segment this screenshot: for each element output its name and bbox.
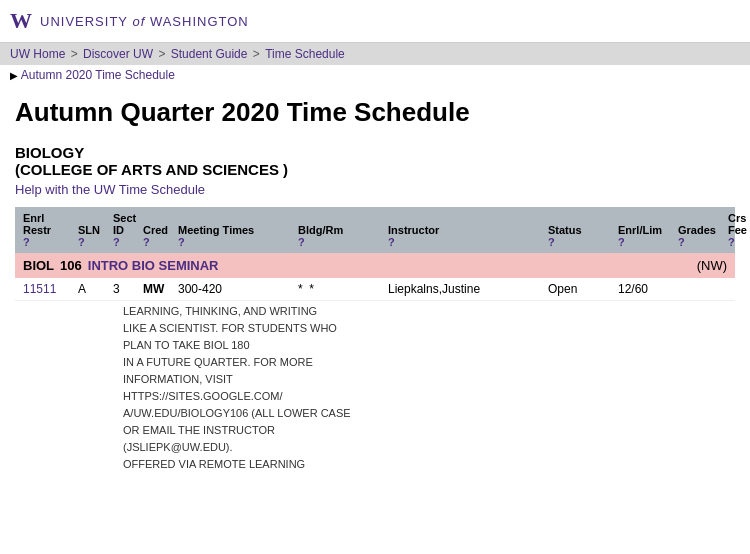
cell-days: MW	[143, 282, 178, 296]
schedule-table-header: EnrlRestr ? SLN ? SectID ? Cred ? Meetin…	[15, 207, 735, 253]
col-bldg-rm: Bldg/Rm ?	[298, 224, 388, 248]
breadcrumb-discover-uw[interactable]: Discover UW	[83, 47, 153, 61]
uw-logo-text: UNIVERSITY of WASHINGTON	[40, 14, 249, 29]
col-meeting-times: Meeting Times ?	[178, 224, 298, 248]
uw-header: W UNIVERSITY of WASHINGTON	[0, 0, 750, 43]
col-enrl-restr: EnrlRestr ?	[23, 212, 78, 248]
cell-sln[interactable]: 11511	[23, 282, 78, 296]
col-status: Status ?	[548, 224, 618, 248]
breadcrumb-student-guide[interactable]: Student Guide	[171, 47, 248, 61]
col-sect-id: SectID ?	[113, 212, 143, 248]
course-number: 106	[60, 258, 82, 273]
course-attribute: (NW)	[697, 258, 727, 273]
cell-credits: 3	[113, 282, 143, 296]
current-breadcrumb: Autumn 2020 Time Schedule	[0, 65, 750, 87]
section-row: 11511 A 3 MW 300-420 * * Liepkalns,Justi…	[15, 278, 735, 301]
col-sln: SLN ?	[78, 224, 113, 248]
breadcrumb-uw-home[interactable]: UW Home	[10, 47, 65, 61]
cell-sect-id: A	[78, 282, 113, 296]
cell-times: 300-420	[178, 282, 298, 296]
cell-instructor: Liepkalns,Justine	[388, 282, 548, 296]
col-instructor: Instructor ?	[388, 224, 548, 248]
cell-enrl-lim: 12/60	[618, 282, 678, 296]
col-grades: Grades ?	[678, 224, 728, 248]
col-cred: Cred ?	[143, 224, 178, 248]
course-row-header: BIOL 106 INTRO BIO SEMINAR (NW)	[15, 253, 735, 278]
dept-title: BIOLOGY (COLLEGE OF ARTS AND SCIENCES )	[15, 144, 735, 178]
cell-status: Open	[548, 282, 618, 296]
col-crs-fee: CrsFee ?	[728, 212, 750, 248]
page-title: Autumn Quarter 2020 Time Schedule	[15, 97, 735, 128]
uw-logo-w: W	[10, 8, 32, 34]
col-enrl-lim: Enrl/Lim ?	[618, 224, 678, 248]
breadcrumb-time-schedule[interactable]: Time Schedule	[265, 47, 345, 61]
breadcrumb-bar: UW Home > Discover UW > Student Guide > …	[0, 43, 750, 65]
current-breadcrumb-link[interactable]: Autumn 2020 Time Schedule	[21, 68, 175, 82]
help-link[interactable]: Help with the UW Time Schedule	[15, 182, 735, 197]
course-dept: BIOL	[23, 258, 54, 273]
course-title-link[interactable]: INTRO BIO SEMINAR	[88, 258, 219, 273]
section-notes: LEARNING, THINKING, AND WRITING LIKE A S…	[15, 301, 735, 479]
course-title[interactable]: INTRO BIO SEMINAR	[88, 258, 219, 273]
cell-bldg: * *	[298, 282, 388, 296]
main-content: Autumn Quarter 2020 Time Schedule BIOLOG…	[0, 87, 750, 489]
